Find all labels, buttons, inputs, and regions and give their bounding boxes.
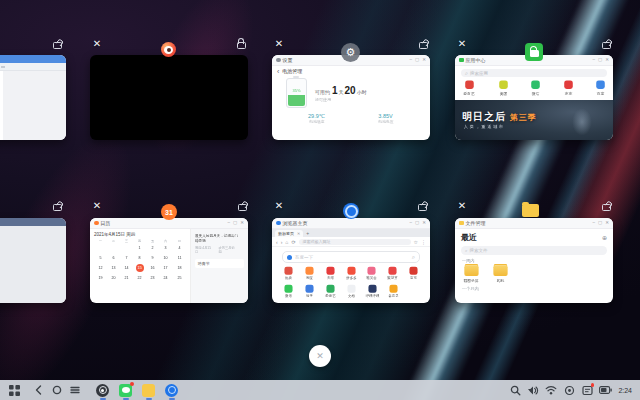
battery-remaining: 可用约 1 天 20 小时 还可使用	[315, 85, 367, 102]
folder-icon	[459, 221, 464, 226]
nav-back-button[interactable]	[30, 382, 48, 398]
close-card-browser-button[interactable]: ✕	[273, 200, 285, 212]
game-banner: 明日之后 第三季 人类，重返城市	[455, 100, 613, 140]
close-card-appcenter-button[interactable]: ✕	[456, 38, 468, 50]
menu-icon: ⋮	[421, 239, 426, 245]
browser-tab: 新标签页 ✕	[275, 230, 303, 237]
files-search-bar: ⌕ 搜索文件	[461, 246, 607, 255]
window-controls: –▢✕	[589, 58, 609, 63]
taskbar: 2:24	[0, 380, 640, 400]
close-card-calendar-button[interactable]: ✕	[91, 200, 103, 212]
gear-icon	[276, 58, 281, 63]
unlock-icon[interactable]	[417, 200, 426, 211]
files-app-icon	[522, 204, 539, 217]
browser-search-box: 百度一下 ⌕	[282, 251, 420, 263]
window-controls: –▢✕	[406, 221, 426, 226]
window-title: 浏览器主页	[283, 220, 308, 226]
calendar-day-grid: 1234567891011121314151617181920212223242…	[94, 243, 186, 283]
browser-tab-strip: 新标签页 ✕ +	[272, 229, 430, 237]
calendar-icon	[94, 221, 99, 226]
page-title: 电池管理	[282, 68, 302, 74]
window-menubar	[0, 63, 66, 71]
window-controls: –▢✕	[589, 221, 609, 226]
app-grid-button[interactable]	[5, 382, 23, 398]
window-content	[0, 226, 66, 303]
window-titlebar	[0, 55, 66, 63]
window-titlebar	[0, 218, 66, 226]
unlock-icon[interactable]	[601, 200, 610, 211]
appcenter-icon	[459, 58, 464, 63]
battery-icon[interactable]	[596, 382, 614, 398]
search-icon: ⌕	[465, 70, 468, 77]
calendar-app-icon: 31	[161, 204, 177, 220]
files-heading: 最近	[461, 232, 477, 243]
address-bar: 搜索或输入网址	[299, 239, 411, 245]
notifications-icon[interactable]	[578, 382, 596, 398]
search-icon: ⌕	[412, 254, 415, 261]
tab-close-icon: ✕	[297, 231, 300, 236]
page-header: ‹ 电池管理	[272, 66, 430, 76]
unlock-icon[interactable]	[418, 38, 427, 49]
close-card-weibo-button[interactable]: ✕	[91, 38, 103, 50]
card-calendar[interactable]: 日历 –▢✕ 2021年4月15日 周四 一二三四五六日 12345678910…	[90, 218, 248, 303]
back-icon: ‹	[276, 239, 278, 245]
banner-title: 明日之后 第三季	[462, 110, 537, 124]
window-controls: –▢✕	[406, 58, 426, 63]
files-section-label: 一周内	[455, 255, 605, 263]
lock-icon[interactable]	[236, 38, 245, 49]
window-title: 文件管理	[466, 220, 486, 226]
nav-recents-button[interactable]	[66, 382, 84, 398]
notification-badge	[130, 382, 135, 387]
nav-home-button[interactable]	[48, 382, 66, 398]
card-weibo[interactable]	[90, 55, 248, 140]
card-files[interactable]: 文件管理 –▢✕ 最近 ⊕ ⌕ 搜索文件 一周内 截图录屏相机 一个月内	[455, 218, 613, 303]
search-icon[interactable]	[506, 382, 524, 398]
window-title: 日历	[101, 220, 111, 226]
close-card-settings-button[interactable]: ✕	[273, 38, 285, 50]
clear-all-button[interactable]: ✕	[309, 345, 331, 367]
forward-icon: ›	[281, 239, 283, 245]
calendar-date-header: 2021年4月15日 周四	[94, 232, 186, 237]
calendar-event-panel: 最美人间四月天，记得出门踏青哦 周四 4月15日 农历三月初四 踏青节	[190, 229, 248, 303]
close-card-files-button[interactable]: ✕	[456, 200, 468, 212]
files-section-label: 一个月内	[455, 283, 605, 291]
browser-quick-links-row2: 微信知乎爱奇艺文档哔哩哔哩备忘录	[272, 281, 430, 299]
back-arrow-icon: ‹	[277, 69, 279, 74]
volume-icon[interactable]	[524, 382, 542, 398]
window-title: 应用中心	[466, 57, 486, 63]
dock-browser[interactable]	[165, 384, 178, 397]
card-settings[interactable]: 设置 –▢✕ ‹ 电池管理 35% 可用约 1 天 20 小时 还可使用 29.…	[272, 55, 430, 140]
home-icon: ⌂	[285, 239, 288, 245]
window-titlebar: 浏览器主页 –▢✕	[272, 218, 430, 229]
wifi-icon[interactable]	[542, 382, 560, 398]
unlock-icon[interactable]	[601, 38, 610, 49]
unlock-icon[interactable]	[52, 38, 61, 49]
notification-badge	[591, 383, 595, 387]
screen-record-icon[interactable]	[560, 382, 578, 398]
dock-wechat[interactable]	[119, 384, 132, 397]
appcenter-app-icon	[525, 43, 543, 61]
unlock-icon[interactable]	[237, 200, 246, 211]
card-notes-window[interactable]	[0, 218, 66, 303]
window-titlebar: 文件管理 –▢✕	[455, 218, 613, 229]
bookmark-icon: ☆	[414, 239, 418, 245]
dock-gallery[interactable]	[142, 384, 155, 397]
new-tab-icon: +	[306, 230, 309, 237]
card-document-window[interactable]	[0, 55, 66, 140]
clock: 2:24	[618, 387, 632, 394]
battery-percent: 35%	[288, 88, 305, 93]
search-engine-icon	[287, 255, 292, 260]
card-appcenter[interactable]: 应用中心 –▢✕ ⌕ 搜索应用 爱奇艺美团微信京东百度 明日之后 第三季 人类，…	[455, 55, 613, 140]
window-title: 设置	[283, 57, 293, 63]
battery-graphic: 35%	[286, 78, 307, 108]
card-browser[interactable]: 浏览器主页 –▢✕ 新标签页 ✕ + ‹ › ⌂ ⟳ 搜索或输入网址 ☆ ⋮ 百…	[272, 218, 430, 303]
dock-screen-recorder[interactable]	[96, 384, 109, 397]
browser-quick-links-row1: 热卖淘宝天猫拼多多唯品会聚划算京东	[272, 263, 430, 281]
banner-subtitle: 人类，重返城市	[464, 124, 505, 129]
settings-app-icon: ⚙	[341, 43, 360, 62]
unlock-icon[interactable]	[52, 200, 61, 211]
weibo-app-icon	[161, 42, 176, 57]
browser-icon	[276, 221, 281, 226]
appcenter-quick-apps: 爱奇艺美团微信京东百度	[455, 77, 613, 97]
browser-app-icon	[343, 203, 359, 219]
